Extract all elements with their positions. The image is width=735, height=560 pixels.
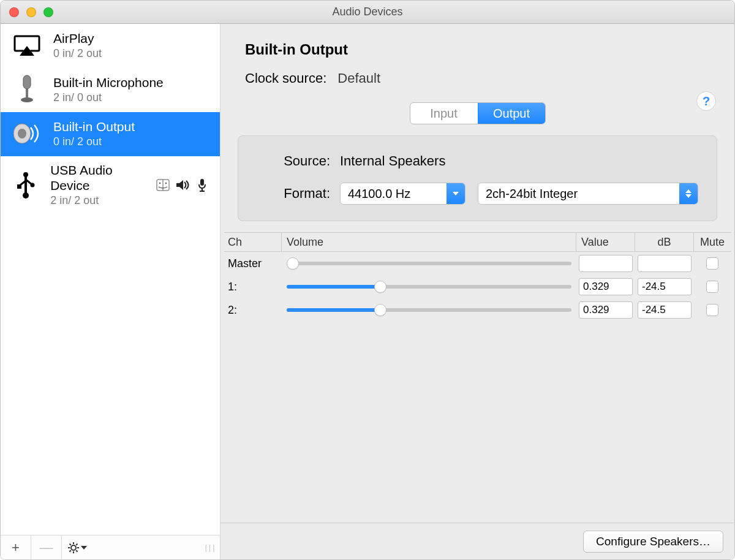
svg-rect-8 (24, 176, 27, 193)
col-volume[interactable]: Volume (282, 233, 576, 251)
svg-point-14 (165, 182, 167, 184)
usb-icon (12, 170, 39, 200)
svg-marker-30 (685, 189, 692, 193)
help-icon: ? (703, 94, 710, 108)
configure-speakers-button[interactable]: Configure Speakers… (583, 531, 723, 553)
svg-line-24 (70, 543, 71, 545)
airplay-icon (12, 30, 42, 61)
tab-output[interactable]: Output (478, 103, 545, 124)
svg-marker-15 (176, 180, 183, 190)
bit-depth-select[interactable]: 2ch-24bit Integer (478, 183, 698, 205)
svg-rect-2 (23, 75, 31, 89)
tab-input[interactable]: Input (410, 103, 478, 124)
master-mute-checkbox[interactable] (706, 257, 718, 270)
col-db[interactable]: dB (635, 233, 694, 251)
svg-marker-31 (685, 194, 692, 198)
device-item-builtin-mic[interactable]: Built-in Microphone 2 in/ 0 out (1, 68, 220, 112)
speaker-icon (12, 118, 42, 149)
output-settings-panel: Source: Internal Speakers Format: 44100.… (238, 135, 717, 221)
device-name: AirPlay (53, 31, 102, 46)
svg-point-9 (23, 192, 29, 199)
ch2-mute-checkbox[interactable] (706, 304, 718, 316)
device-io: 0 in/ 2 out (53, 47, 102, 60)
svg-marker-29 (453, 192, 459, 195)
ch1-value-field[interactable] (579, 278, 633, 295)
sound-input-icon (195, 178, 209, 192)
actions-menu-button[interactable] (62, 535, 92, 559)
microphone-icon (12, 74, 42, 105)
channel-row-master: Master (224, 252, 731, 275)
ch2-volume-slider[interactable] (287, 304, 571, 316)
svg-rect-10 (17, 184, 21, 189)
svg-line-26 (76, 543, 77, 545)
svg-line-27 (70, 550, 71, 551)
detail-pane: Built-in Output Clock source: Default ? … (221, 24, 734, 559)
device-item-airplay[interactable]: AirPlay 0 in/ 2 out (1, 24, 220, 68)
channel-label: Master (224, 257, 282, 270)
channels-table: Ch Volume Value dB Mute Master (224, 232, 731, 322)
device-io: 0 in/ 2 out (53, 135, 135, 148)
device-name: USB Audio Device (50, 162, 145, 193)
col-channel[interactable]: Ch (224, 233, 282, 251)
io-segmented-control: Input Output (410, 102, 546, 124)
clock-source-value: Default (337, 70, 380, 86)
help-button[interactable]: ? (696, 91, 716, 111)
device-list: AirPlay 0 in/ 2 out Built-in Microphone (1, 24, 220, 535)
svg-point-13 (159, 182, 161, 184)
plus-icon: + (12, 540, 20, 556)
col-mute[interactable]: Mute (694, 233, 731, 251)
sidebar-footer: + — ||| (1, 535, 220, 559)
bit-depth-value: 2ch-24bit Integer (478, 187, 679, 201)
ch1-volume-slider[interactable] (287, 281, 571, 293)
channel-label: 2: (224, 304, 282, 317)
format-label: Format: (257, 186, 330, 202)
chevron-down-icon (447, 183, 465, 204)
svg-rect-16 (200, 179, 204, 186)
col-value[interactable]: Value (576, 233, 635, 251)
sample-rate-value: 44100.0 Hz (341, 187, 447, 201)
svg-line-25 (76, 550, 77, 551)
source-value: Internal Speakers (340, 153, 445, 169)
titlebar: Audio Devices (1, 1, 734, 24)
svg-point-11 (30, 183, 34, 187)
clock-source-label: Clock source: (245, 70, 326, 86)
source-label: Source: (257, 153, 330, 169)
resize-grip-icon[interactable]: ||| (202, 535, 220, 559)
device-io: 2 in/ 0 out (53, 91, 164, 104)
ch2-db-field[interactable] (638, 301, 692, 319)
master-db-field (638, 255, 692, 272)
gear-icon (67, 542, 80, 554)
master-value-field (579, 255, 633, 272)
chevron-down-icon (81, 545, 87, 550)
svg-rect-17 (202, 188, 203, 191)
remove-device-button[interactable]: — (31, 535, 62, 559)
minus-icon: — (40, 540, 53, 556)
channel-label: 1: (224, 281, 282, 293)
channels-header: Ch Volume Value dB Mute (224, 232, 731, 252)
svg-rect-18 (200, 191, 205, 192)
ch1-mute-checkbox[interactable] (706, 281, 718, 293)
detail-footer: Configure Speakers… (221, 523, 734, 559)
sound-output-icon (176, 178, 189, 192)
device-name: Built-in Output (53, 119, 135, 134)
svg-rect-3 (26, 89, 28, 97)
device-item-usb-audio[interactable]: USB Audio Device 2 in/ 2 out (1, 156, 220, 214)
ch2-value-field[interactable] (579, 301, 633, 319)
channel-row-2: 2: (224, 298, 731, 322)
finder-face-icon (156, 178, 170, 192)
svg-point-6 (18, 129, 26, 138)
master-volume-slider (287, 257, 571, 270)
device-item-builtin-output[interactable]: Built-in Output 0 in/ 2 out (1, 112, 220, 156)
sample-rate-select[interactable]: 44100.0 Hz (340, 183, 466, 205)
svg-marker-28 (81, 546, 87, 550)
window-title: Audio Devices (1, 6, 734, 18)
stepper-arrows-icon (679, 183, 698, 204)
detail-title: Built-in Output (245, 41, 710, 58)
device-io: 2 in/ 2 out (50, 194, 145, 207)
channel-row-1: 1: (224, 275, 731, 298)
add-device-button[interactable]: + (1, 535, 31, 559)
svg-point-19 (71, 545, 76, 550)
ch1-db-field[interactable] (638, 278, 692, 295)
svg-point-4 (21, 97, 33, 102)
device-name: Built-in Microphone (53, 75, 164, 90)
